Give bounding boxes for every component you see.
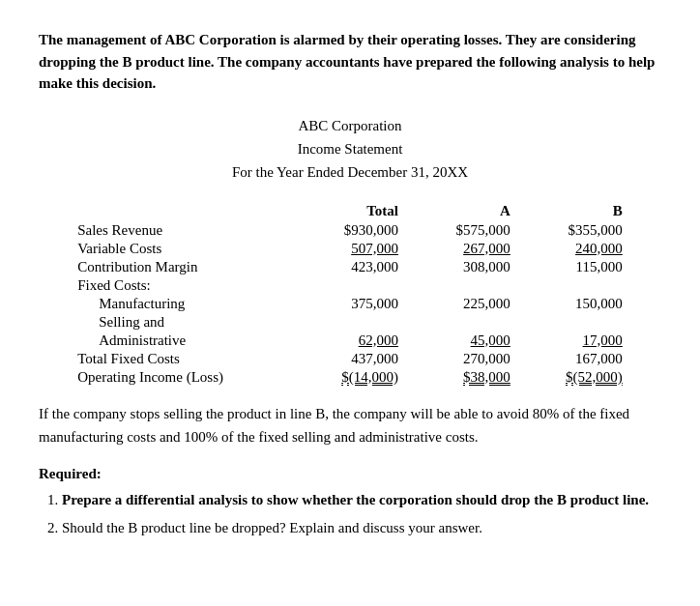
row-label: Fixed Costs: bbox=[70, 276, 294, 295]
row-label: Variable Costs bbox=[70, 240, 294, 258]
narrative-paragraph: If the company stops selling the product… bbox=[39, 402, 661, 448]
row-label: Contribution Margin bbox=[70, 258, 294, 276]
income-statement-header: ABC Corporation Income Statement For the… bbox=[39, 114, 661, 184]
row-b: $355,000 bbox=[518, 221, 630, 240]
row-total: 423,000 bbox=[294, 258, 406, 276]
statement-type: Income Statement bbox=[39, 137, 661, 160]
row-total: $(14,000) bbox=[294, 368, 406, 387]
table-row: Manufacturing375,000225,000150,000 bbox=[70, 295, 630, 313]
table-row: Operating Income (Loss)$(14,000)$38,000$… bbox=[70, 368, 630, 387]
col-header-total: Total bbox=[294, 201, 406, 221]
row-a: 308,000 bbox=[406, 258, 518, 276]
row-b: 167,000 bbox=[518, 350, 630, 368]
table-row: Selling and bbox=[70, 313, 630, 332]
table-row: Fixed Costs: bbox=[70, 276, 630, 295]
row-a: 267,000 bbox=[406, 240, 518, 258]
row-total: 62,000 bbox=[294, 332, 406, 350]
col-header-a: A bbox=[406, 201, 518, 221]
table-row: Sales Revenue$930,000$575,000$355,000 bbox=[70, 221, 630, 240]
row-a bbox=[406, 313, 518, 332]
row-b: $(52,000) bbox=[518, 368, 630, 387]
row-b: 240,000 bbox=[518, 240, 630, 258]
required-item: Should the B product line be dropped? Ex… bbox=[62, 516, 661, 541]
required-list: Prepare a differential analysis to show … bbox=[62, 488, 661, 541]
col-header-b: B bbox=[518, 201, 630, 221]
row-a: 225,000 bbox=[406, 295, 518, 313]
row-b bbox=[518, 313, 630, 332]
company-name: ABC Corporation bbox=[39, 114, 661, 137]
table-row: Contribution Margin423,000308,000115,000 bbox=[70, 258, 630, 276]
row-total: $930,000 bbox=[294, 221, 406, 240]
row-a: 45,000 bbox=[406, 332, 518, 350]
required-label: Required: bbox=[39, 466, 661, 482]
intro-paragraph: The management of ABC Corporation is ala… bbox=[39, 29, 661, 95]
row-a: $38,000 bbox=[406, 368, 518, 387]
row-total bbox=[294, 313, 406, 332]
table-row: Total Fixed Costs437,000270,000167,000 bbox=[70, 350, 630, 368]
table-row: Administrative62,00045,00017,000 bbox=[70, 332, 630, 350]
row-b: 150,000 bbox=[518, 295, 630, 313]
row-total: 437,000 bbox=[294, 350, 406, 368]
row-label: Manufacturing bbox=[70, 295, 294, 313]
row-total bbox=[294, 276, 406, 295]
row-label: Total Fixed Costs bbox=[70, 350, 294, 368]
required-section: Required: Prepare a differential analysi… bbox=[39, 466, 661, 541]
col-header-label bbox=[70, 201, 294, 221]
row-b: 115,000 bbox=[518, 258, 630, 276]
row-b: 17,000 bbox=[518, 332, 630, 350]
row-a: 270,000 bbox=[406, 350, 518, 368]
row-total: 375,000 bbox=[294, 295, 406, 313]
row-total: 507,000 bbox=[294, 240, 406, 258]
row-a bbox=[406, 276, 518, 295]
statement-period: For the Year Ended December 31, 20XX bbox=[39, 160, 661, 184]
row-a: $575,000 bbox=[406, 221, 518, 240]
required-item: Prepare a differential analysis to show … bbox=[62, 488, 661, 513]
row-b bbox=[518, 276, 630, 295]
row-label: Selling and bbox=[70, 313, 294, 332]
financial-table: Total A B Sales Revenue$930,000$575,000$… bbox=[70, 201, 630, 387]
table-row: Variable Costs507,000267,000240,000 bbox=[70, 240, 630, 258]
row-label: Sales Revenue bbox=[70, 221, 294, 240]
row-label: Operating Income (Loss) bbox=[70, 368, 294, 387]
row-label: Administrative bbox=[70, 332, 294, 350]
